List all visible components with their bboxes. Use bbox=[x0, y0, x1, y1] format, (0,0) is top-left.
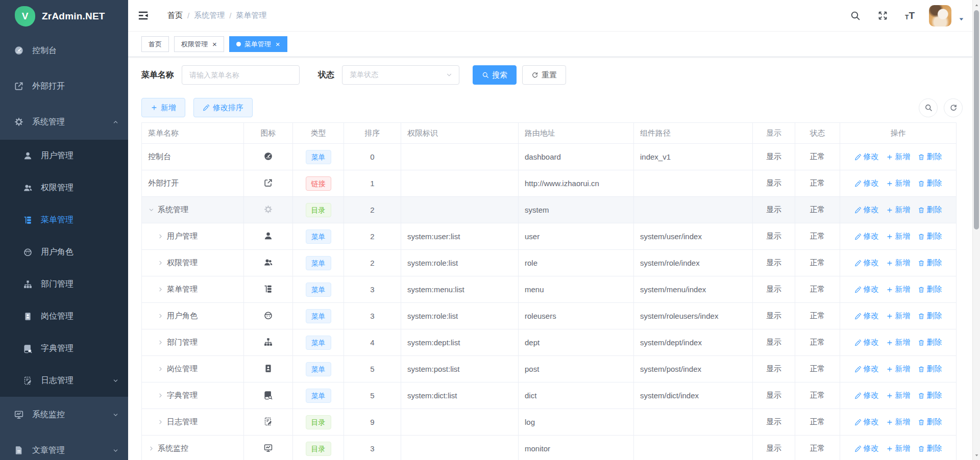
menu-name-cell: 用户角色 bbox=[142, 303, 244, 329]
sidebar-item-dashboard[interactable]: 控制台 bbox=[0, 33, 128, 68]
show-search-button[interactable] bbox=[919, 98, 938, 117]
delete-link[interactable]: 删除 bbox=[918, 417, 942, 427]
sidebar: V ZrAdmin.NET 控制台外部打开系统管理用户管理权限管理菜单管理用户角… bbox=[0, 0, 128, 460]
delete-link[interactable]: 删除 bbox=[918, 391, 942, 400]
chevron-right-icon[interactable] bbox=[157, 313, 164, 319]
add-link[interactable]: 新增 bbox=[886, 232, 911, 241]
add-link[interactable]: 新增 bbox=[886, 364, 911, 374]
add-button[interactable]: 新增 bbox=[141, 98, 185, 117]
reset-button[interactable]: 重置 bbox=[522, 65, 566, 85]
edit-link[interactable]: 修改 bbox=[854, 178, 879, 188]
add-link[interactable]: 新增 bbox=[886, 417, 911, 427]
visible-cell: 显示 bbox=[753, 382, 795, 409]
chevron-right-icon[interactable] bbox=[157, 419, 164, 425]
scroll-up-icon[interactable] bbox=[973, 1, 980, 9]
add-link[interactable]: 新增 bbox=[886, 338, 911, 347]
sidebar-item-article[interactable]: 文章管理 bbox=[0, 432, 128, 460]
tab-role[interactable]: 权限管理× bbox=[174, 36, 224, 52]
edit-link[interactable]: 修改 bbox=[854, 311, 879, 321]
modify-sort-button[interactable]: 修改排序 bbox=[193, 98, 253, 117]
sidebar-item-post[interactable]: 岗位管理 bbox=[0, 300, 128, 333]
menu-name-input[interactable] bbox=[182, 65, 300, 85]
delete-link[interactable]: 删除 bbox=[918, 338, 942, 347]
edit-link[interactable]: 修改 bbox=[854, 232, 879, 241]
delete-link[interactable]: 删除 bbox=[918, 152, 942, 162]
sidebar-item-external-link[interactable]: 外部打开 bbox=[0, 68, 128, 104]
add-link[interactable]: 新增 bbox=[886, 178, 911, 188]
chevron-right-icon[interactable] bbox=[148, 445, 155, 452]
user-avatar[interactable] bbox=[929, 5, 951, 27]
menu-name: 控制台 bbox=[148, 152, 171, 162]
sidebar-toggle-icon[interactable] bbox=[137, 10, 149, 21]
add-link[interactable]: 新增 bbox=[886, 152, 911, 162]
delete-link[interactable]: 删除 bbox=[918, 311, 942, 321]
sidebar-item-label: 控制台 bbox=[32, 45, 57, 56]
vertical-scrollbar[interactable] bbox=[972, 0, 980, 460]
delete-link[interactable]: 删除 bbox=[918, 364, 942, 374]
sidebar-item-system[interactable]: 系统管理 bbox=[0, 104, 128, 140]
sidebar-item-dict[interactable]: 字典管理 bbox=[0, 333, 128, 365]
font-size-icon[interactable]: TT bbox=[905, 11, 915, 20]
trash-icon bbox=[918, 154, 925, 161]
scrollbar-thumb[interactable] bbox=[974, 10, 979, 229]
delete-link[interactable]: 删除 bbox=[918, 178, 942, 188]
add-link[interactable]: 新增 bbox=[886, 444, 911, 453]
chevron-right-icon[interactable] bbox=[157, 233, 164, 240]
edit-link[interactable]: 修改 bbox=[854, 258, 879, 268]
sidebar-item-role[interactable]: 权限管理 bbox=[0, 172, 128, 204]
edit-link[interactable]: 修改 bbox=[854, 444, 879, 453]
add-link[interactable]: 新增 bbox=[886, 205, 911, 215]
edit-link[interactable]: 修改 bbox=[854, 152, 879, 162]
app-logo[interactable]: V ZrAdmin.NET bbox=[0, 0, 128, 33]
sidebar-item-user[interactable]: 用户管理 bbox=[0, 140, 128, 172]
delete-link[interactable]: 删除 bbox=[918, 444, 942, 453]
fullscreen-icon[interactable] bbox=[877, 10, 888, 21]
delete-link[interactable]: 删除 bbox=[918, 285, 942, 294]
tab-home[interactable]: 首页 bbox=[141, 36, 169, 52]
permission-cell: system:dict:list bbox=[401, 382, 519, 409]
edit-link[interactable]: 修改 bbox=[854, 285, 879, 294]
table-toolbar: 新增 修改排序 bbox=[141, 98, 964, 117]
sidebar-item-menu[interactable]: 菜单管理 bbox=[0, 204, 128, 236]
edit-link[interactable]: 修改 bbox=[854, 338, 879, 347]
add-link[interactable]: 新增 bbox=[886, 285, 911, 294]
add-link[interactable]: 新增 bbox=[886, 391, 911, 400]
search-button[interactable]: 搜索 bbox=[473, 65, 517, 85]
edit-link[interactable]: 修改 bbox=[854, 205, 879, 215]
chevron-right-icon[interactable] bbox=[157, 286, 164, 293]
edit-link[interactable]: 修改 bbox=[854, 417, 879, 427]
sidebar-item-dept[interactable]: 部门管理 bbox=[0, 268, 128, 300]
status-select[interactable]: 菜单状态 bbox=[342, 65, 459, 85]
breadcrumb-item-home[interactable]: 首页 bbox=[167, 11, 183, 20]
add-link[interactable]: 新增 bbox=[886, 258, 911, 268]
sidebar-item-log[interactable]: 日志管理 bbox=[0, 365, 128, 397]
edit-link[interactable]: 修改 bbox=[854, 364, 879, 374]
chevron-down-icon[interactable] bbox=[148, 207, 155, 213]
menu-type-cell: 菜单 bbox=[293, 223, 344, 250]
table-row-dict: 字典管理菜单5system:dict:listdictsystem/dict/i… bbox=[142, 382, 957, 409]
sidebar-item-label: 外部打开 bbox=[32, 81, 65, 92]
chevron-right-icon[interactable] bbox=[157, 260, 164, 266]
table-tools bbox=[919, 98, 963, 117]
column-header-7: 显示 bbox=[753, 123, 795, 144]
menu-icon-cell bbox=[244, 276, 293, 303]
add-link[interactable]: 新增 bbox=[886, 311, 911, 321]
refresh-table-button[interactable] bbox=[944, 98, 963, 117]
delete-link[interactable]: 删除 bbox=[918, 232, 942, 241]
tab-menu[interactable]: 菜单管理× bbox=[229, 36, 287, 52]
search-icon[interactable] bbox=[850, 10, 861, 21]
status-cell: 正常 bbox=[795, 356, 840, 382]
caret-down-icon[interactable] bbox=[958, 16, 965, 22]
delete-link[interactable]: 删除 bbox=[918, 258, 942, 268]
edit-link[interactable]: 修改 bbox=[854, 391, 879, 400]
delete-link[interactable]: 删除 bbox=[918, 205, 942, 215]
chevron-right-icon[interactable] bbox=[157, 366, 164, 372]
close-tab-icon[interactable]: × bbox=[276, 40, 280, 48]
sidebar-item-monitor[interactable]: 系统监控 bbox=[0, 397, 128, 432]
sidebar-item-roleusers[interactable]: 用户角色 bbox=[0, 236, 128, 268]
chevron-right-icon[interactable] bbox=[157, 392, 164, 399]
search-icon bbox=[482, 71, 489, 79]
scroll-down-icon[interactable] bbox=[973, 451, 980, 459]
chevron-right-icon[interactable] bbox=[157, 339, 164, 346]
close-tab-icon[interactable]: × bbox=[212, 40, 217, 48]
